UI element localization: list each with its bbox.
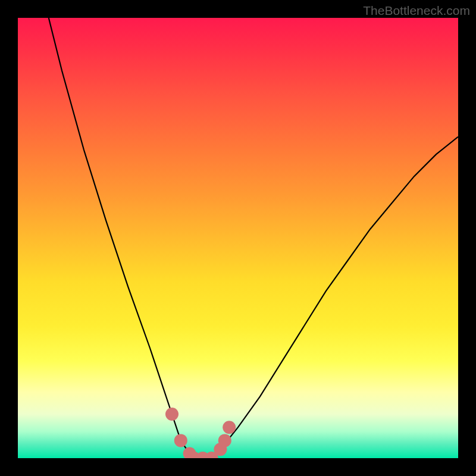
bottleneck-curve-line — [49, 18, 458, 458]
bottleneck-chart — [18, 18, 458, 458]
data-point — [223, 421, 236, 434]
data-points-group — [165, 408, 236, 458]
data-point — [165, 408, 178, 421]
data-point — [174, 434, 187, 447]
watermark-text: TheBottleneck.com — [363, 4, 470, 18]
data-point — [218, 434, 231, 447]
